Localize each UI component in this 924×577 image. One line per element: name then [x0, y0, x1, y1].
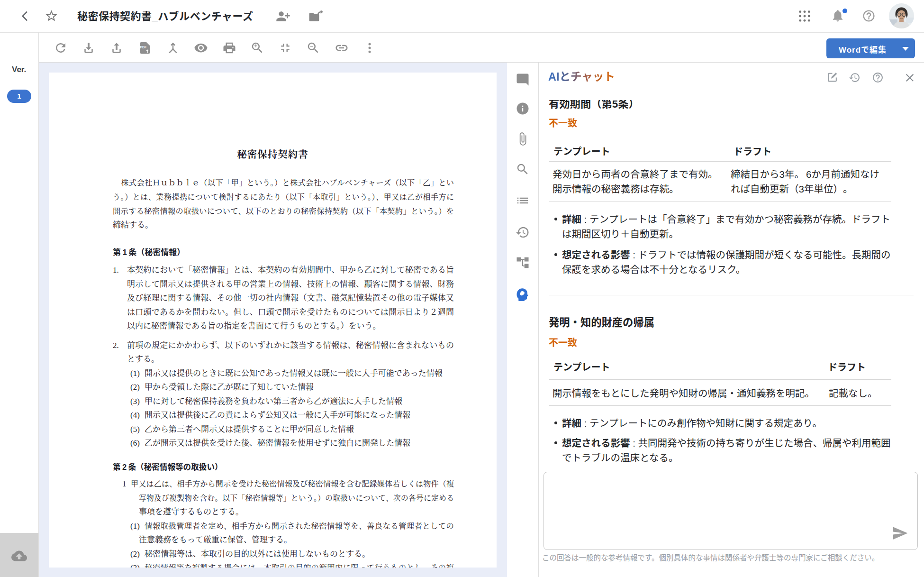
svg-text:PDF: PDF [140, 46, 146, 49]
